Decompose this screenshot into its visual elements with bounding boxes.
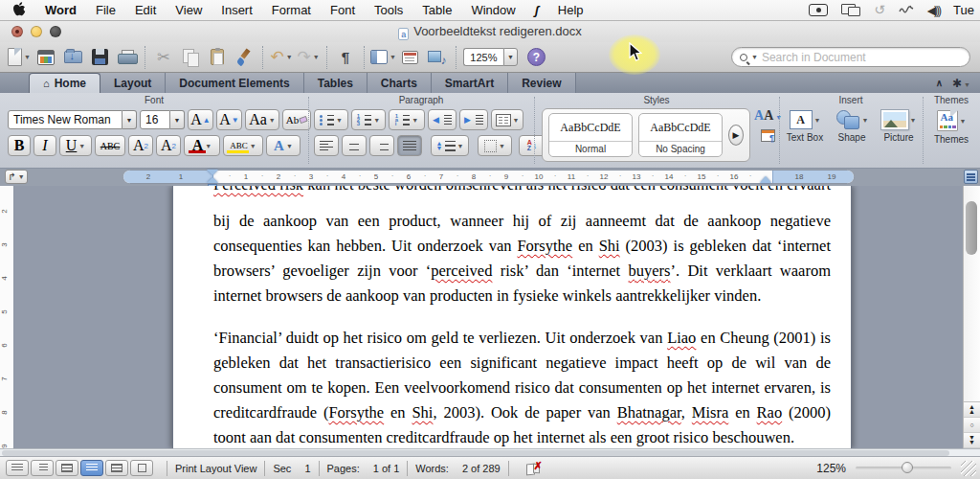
pages-indicator[interactable]: Pages:1 of 1 bbox=[327, 463, 400, 474]
numbering-button[interactable]: 123▼ bbox=[351, 109, 386, 130]
increase-indent-button[interactable]: ▶ bbox=[459, 109, 488, 130]
displays-icon[interactable] bbox=[841, 4, 860, 16]
justify-button[interactable] bbox=[397, 135, 422, 156]
horizontal-scrollbar-thumb[interactable] bbox=[2, 450, 949, 456]
change-case-button[interactable]: Aa▼ bbox=[245, 109, 279, 130]
bold-button[interactable]: B bbox=[8, 135, 31, 156]
section-indicator[interactable]: Sec1 bbox=[273, 463, 310, 474]
horizontal-scrollbar[interactable] bbox=[0, 448, 980, 457]
insert-shape-button[interactable]: ▼ Shape bbox=[830, 110, 874, 143]
tab-document-elements[interactable]: Document Elements bbox=[166, 73, 303, 93]
previous-page-button[interactable]: ▲▲ bbox=[964, 402, 980, 418]
document-page[interactable]: Perceived risk kan het beste worden omsc… bbox=[172, 186, 852, 448]
borders-button[interactable]: ▼ bbox=[478, 135, 512, 156]
menu-item-word[interactable]: Word bbox=[35, 0, 86, 21]
redo-button[interactable]: ↷▼ bbox=[296, 44, 321, 71]
align-left-button[interactable] bbox=[314, 135, 339, 156]
airplay-icon[interactable] bbox=[899, 3, 914, 17]
text-line[interactable]: consequenties kan hebben. Uit onderzoek … bbox=[213, 234, 831, 259]
shrink-font-button[interactable]: A▼ bbox=[216, 109, 242, 130]
document-text[interactable]: Perceived risk kan het beste worden omsc… bbox=[213, 186, 831, 448]
menu-item-view[interactable]: View bbox=[166, 0, 212, 21]
screen-recording-icon[interactable] bbox=[809, 4, 828, 16]
zoom-slider[interactable] bbox=[856, 467, 951, 469]
highlight-button[interactable]: ABC▼ bbox=[223, 135, 263, 156]
tab-layout[interactable]: Layout bbox=[100, 73, 166, 93]
time-machine-icon[interactable]: ↺ bbox=[874, 4, 885, 16]
italic-button[interactable]: I bbox=[33, 135, 56, 156]
cut-button[interactable]: ✂ bbox=[151, 44, 176, 71]
window-resize-grip[interactable] bbox=[961, 461, 976, 476]
document-gallery-button[interactable] bbox=[33, 44, 58, 71]
text-line[interactable]: creditcardfraude (Forsythe en Shi, 2003)… bbox=[213, 400, 831, 425]
columns-button[interactable]: ▼ bbox=[491, 109, 523, 130]
zoom-combo[interactable]: 125% ▼ bbox=[463, 48, 518, 66]
collapse-ribbon-icon[interactable]: ∧ bbox=[936, 78, 943, 88]
paste-button[interactable] bbox=[205, 44, 230, 71]
focus-view-button[interactable] bbox=[130, 460, 153, 476]
menu-item-help[interactable]: Help bbox=[548, 0, 593, 21]
menu-item-format[interactable]: Format bbox=[262, 0, 321, 21]
hanging-indent-marker[interactable] bbox=[207, 177, 218, 183]
first-line-indent-marker[interactable] bbox=[207, 170, 218, 175]
help-button[interactable]: ? bbox=[527, 48, 546, 66]
menu-item-table[interactable]: Table bbox=[412, 0, 461, 21]
right-indent-marker[interactable] bbox=[760, 176, 771, 183]
search-scope-dropdown-icon[interactable]: ▼ bbox=[751, 54, 758, 60]
text-line[interactable]: consument om te kopen. Een veelvoorkomen… bbox=[213, 376, 831, 400]
text-effects-button[interactable]: A▼ bbox=[266, 135, 301, 156]
menu-item-edit[interactable]: Edit bbox=[125, 0, 166, 21]
tab-selector-button[interactable]: ↱▼ bbox=[5, 170, 28, 184]
tab-home[interactable]: ⌂Home bbox=[29, 73, 100, 93]
menu-bar-clock[interactable]: Tue bbox=[953, 3, 976, 17]
vertical-ruler[interactable]: 23456789 bbox=[0, 186, 14, 448]
ribbon-settings-gear-icon[interactable]: ✱▼ bbox=[952, 77, 970, 90]
text-line[interactable]: internet browsers de aankoop van product… bbox=[213, 284, 831, 308]
insert-picture-button[interactable]: ▼ Picture bbox=[877, 110, 921, 143]
media-browser-button[interactable] bbox=[425, 44, 450, 71]
new-document-button[interactable]: ▼ bbox=[7, 44, 32, 71]
view-mode-label[interactable]: Print Layout View bbox=[175, 463, 256, 474]
word-count-indicator[interactable]: Words:2 of 289 bbox=[415, 463, 500, 474]
next-page-button[interactable]: ▼▼ bbox=[964, 433, 980, 448]
menu-item-file[interactable]: File bbox=[86, 0, 125, 21]
format-painter-button[interactable] bbox=[232, 44, 256, 71]
tab-review[interactable]: Review bbox=[508, 73, 575, 93]
tab-tables[interactable]: Tables bbox=[304, 73, 368, 93]
apple-menu-icon[interactable] bbox=[13, 2, 26, 19]
decrease-indent-button[interactable]: ◀ bbox=[428, 109, 457, 130]
styles-more-button[interactable]: ▶ bbox=[728, 125, 744, 146]
text-line[interactable]: gebleken dat het transactierisico een si… bbox=[213, 351, 831, 376]
text-line[interactable]: toont aan dat consumenten creditcardfrau… bbox=[213, 425, 831, 448]
themes-button[interactable]: Aa ▼ Themes bbox=[926, 110, 976, 145]
select-browse-object-button[interactable]: ○ bbox=[964, 418, 980, 433]
vertical-scrollbar-thumb[interactable] bbox=[966, 201, 977, 255]
print-layout-view-button[interactable] bbox=[80, 460, 103, 476]
save-button[interactable] bbox=[87, 44, 112, 71]
font-name-combo[interactable]: Times New Roman ▼ bbox=[8, 110, 137, 129]
align-right-button[interactable] bbox=[369, 135, 394, 156]
strikethrough-button[interactable]: ABC bbox=[95, 135, 125, 156]
horizontal-ruler[interactable]: 211·2·3·4·5·6·7·8·9·10·11·12·13·14·15·16… bbox=[122, 170, 855, 184]
spelling-grammar-status-icon[interactable] bbox=[526, 463, 542, 474]
text-line[interactable]: browsers’ gevoeliger zijn voor ‘perceive… bbox=[213, 259, 831, 284]
notebook-layout-view-button[interactable] bbox=[105, 460, 128, 476]
superscript-button[interactable]: A2 bbox=[128, 135, 153, 156]
volume-icon[interactable]: ◀))) bbox=[927, 4, 940, 17]
manage-styles-icon[interactable] bbox=[761, 129, 775, 142]
subscript-button[interactable]: A2 bbox=[156, 135, 181, 156]
style-card-normal[interactable]: AaBbCcDdENormal bbox=[548, 113, 633, 157]
vertical-scrollbar[interactable]: ▲▲ ○ ▼▼ bbox=[963, 186, 980, 448]
print-button[interactable] bbox=[114, 44, 139, 71]
text-line[interactable]: bij de aankoop van een product, wanneer … bbox=[213, 209, 831, 234]
open-button[interactable] bbox=[60, 44, 85, 71]
tab-charts[interactable]: Charts bbox=[368, 73, 432, 93]
tab-smartart[interactable]: SmartArt bbox=[432, 73, 508, 93]
undo-button[interactable]: ↶▼ bbox=[269, 44, 294, 71]
sidebar-toggle-button[interactable]: ▼ bbox=[370, 44, 396, 71]
script-menu-icon[interactable]: ʃ bbox=[525, 0, 548, 21]
outline-view-button[interactable] bbox=[31, 460, 54, 476]
publishing-layout-view-button[interactable] bbox=[56, 460, 78, 476]
bullets-button[interactable]: ▼ bbox=[314, 109, 348, 130]
text-line[interactable]: ‘Financial’ duidt op het risico om geld … bbox=[213, 326, 831, 351]
